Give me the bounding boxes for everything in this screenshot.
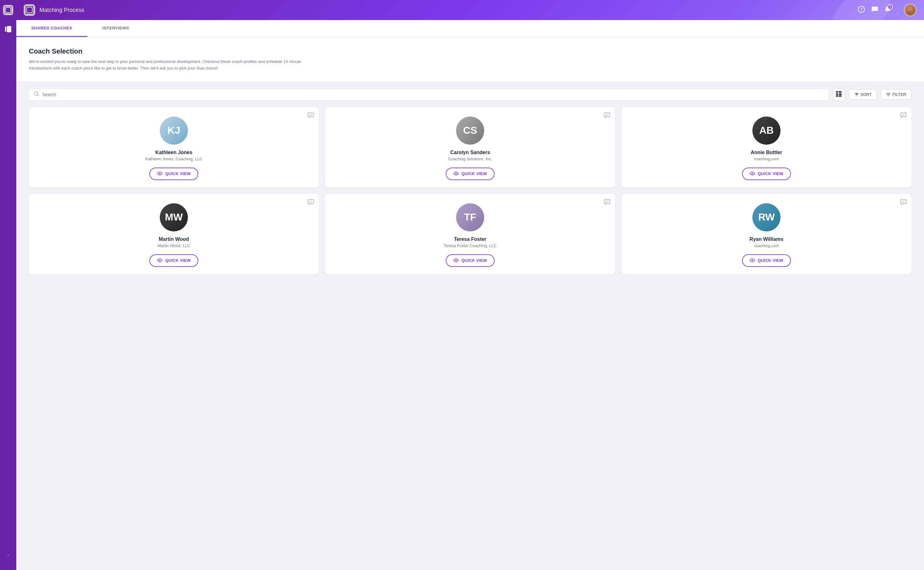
sort-button[interactable]: SORT: [849, 89, 877, 100]
message-icon[interactable]: [900, 112, 906, 120]
main-wrapper: Matching Process ? 1: [16, 0, 924, 570]
svg-rect-20: [308, 113, 314, 117]
svg-point-22: [159, 173, 160, 174]
view-toggle-button[interactable]: [832, 88, 845, 101]
svg-rect-2: [5, 27, 6, 32]
quick-view-button[interactable]: QUICK VIEW: [149, 167, 198, 180]
coach-selection-section: Coach Selection We're excited you're rea…: [16, 37, 924, 82]
message-icon[interactable]: [604, 199, 610, 207]
coach-avatar: KJ: [160, 116, 188, 145]
message-icon[interactable]: [900, 199, 906, 207]
quick-view-label: QUICK VIEW: [461, 258, 487, 263]
svg-rect-16: [836, 93, 838, 95]
coach-name: Ryan Williams: [749, 236, 783, 242]
eye-icon: [157, 171, 162, 176]
coach-company: Martin Wood, LLC: [158, 244, 190, 248]
user-avatar[interactable]: [904, 4, 916, 16]
avatar-image: AB: [752, 116, 780, 145]
content-area: SHARED COACHES INTERVIEWS Coach Selectio…: [16, 20, 924, 570]
svg-point-31: [159, 260, 160, 260]
coach-avatar: MW: [160, 203, 188, 231]
search-box: [29, 89, 829, 101]
quick-view-label: QUICK VIEW: [165, 258, 191, 263]
svg-point-13: [34, 92, 38, 95]
coach-company: coaching.com: [754, 156, 779, 161]
quick-view-button[interactable]: QUICK VIEW: [742, 167, 791, 180]
coach-company: coaching.com: [754, 244, 779, 248]
avatar-image: TF: [456, 203, 484, 231]
coach-name: Annie Buttler: [751, 150, 782, 155]
coach-name: Martin Wood: [159, 236, 189, 242]
sidebar-expand-btn[interactable]: ›: [8, 552, 9, 558]
svg-rect-6: [8, 30, 11, 31]
svg-rect-23: [604, 113, 610, 117]
quick-view-button[interactable]: QUICK VIEW: [742, 254, 791, 267]
top-header: Matching Process ? 1: [16, 0, 924, 20]
coach-avatar: RW: [752, 203, 780, 231]
header-icons: ? 1: [858, 4, 916, 16]
search-icon: [34, 92, 39, 98]
tabs-bar: SHARED COACHES INTERVIEWS: [16, 20, 924, 37]
coach-name: Teresa Foster: [454, 236, 486, 242]
svg-point-25: [456, 173, 457, 174]
coach-card: KJ Kathleen Jones Kathleen Jones, Coachi…: [29, 107, 319, 188]
coach-avatar: CS: [456, 116, 484, 145]
coaches-grid: KJ Kathleen Jones Kathleen Jones, Coachi…: [16, 107, 924, 274]
help-button[interactable]: ?: [858, 6, 865, 14]
tab-interviews[interactable]: INTERVIEWS: [87, 20, 144, 37]
eye-icon: [157, 258, 162, 263]
coach-name: Carolyn Sanders: [450, 150, 490, 155]
quick-view-label: QUICK VIEW: [758, 171, 783, 176]
avatar-image: KJ: [160, 116, 188, 145]
svg-point-28: [752, 173, 753, 174]
quick-view-label: QUICK VIEW: [758, 258, 783, 263]
coach-selection-title: Coach Selection: [29, 47, 912, 55]
svg-rect-26: [901, 113, 906, 117]
message-icon[interactable]: [308, 112, 314, 120]
coach-card: TF Teresa Foster Teresa Foster Coaching,…: [325, 194, 615, 274]
coach-card: RW Ryan Williams coaching.com QUICK VIEW: [621, 194, 912, 274]
quick-view-button[interactable]: QUICK VIEW: [446, 167, 495, 180]
quick-view-label: QUICK VIEW: [165, 171, 191, 176]
coach-company: Kathleen Jones, Coaching, LLC: [146, 156, 203, 161]
coach-card: MW Martin Wood Martin Wood, LLC QUICK VI…: [29, 194, 319, 274]
filter-button[interactable]: FILTER: [881, 89, 912, 100]
svg-rect-29: [308, 199, 314, 204]
left-sidebar: ›: [0, 0, 16, 570]
quick-view-button[interactable]: QUICK VIEW: [149, 254, 198, 267]
message-icon[interactable]: [308, 199, 314, 207]
svg-point-12: [906, 12, 914, 17]
notification-button[interactable]: 1: [884, 6, 891, 14]
coach-avatar: TF: [456, 203, 484, 231]
sidebar-contacts-icon[interactable]: [5, 26, 12, 34]
svg-rect-8: [27, 7, 32, 13]
search-input[interactable]: [42, 92, 823, 97]
eye-icon: [749, 171, 755, 176]
svg-rect-1: [6, 8, 11, 12]
svg-point-37: [752, 260, 753, 260]
svg-point-34: [456, 260, 457, 260]
tab-shared-coaches[interactable]: SHARED COACHES: [16, 20, 87, 37]
svg-rect-32: [604, 199, 610, 204]
quick-view-button[interactable]: QUICK VIEW: [446, 254, 495, 267]
avatar-image: CS: [456, 116, 484, 145]
header-divider: [897, 5, 898, 15]
message-icon[interactable]: [604, 112, 610, 120]
notification-badge: 1: [887, 4, 893, 10]
quick-view-label: QUICK VIEW: [461, 171, 487, 176]
coach-name: Kathleen Jones: [155, 150, 192, 155]
svg-rect-15: [839, 91, 841, 93]
coach-card: AB Annie Buttler coaching.com QUICK VIEW: [621, 107, 912, 188]
svg-text:?: ?: [860, 7, 863, 12]
avatar-image: [904, 5, 916, 16]
chat-button[interactable]: [871, 6, 878, 14]
coach-avatar: AB: [752, 116, 780, 145]
header-title: Matching Process: [40, 7, 84, 14]
avatar-image: MW: [160, 203, 188, 231]
svg-point-11: [908, 6, 912, 11]
svg-rect-35: [901, 199, 906, 204]
coach-card: CS Carolyn Sanders Coaching Solutions, I…: [325, 107, 615, 188]
sidebar-logo[interactable]: [3, 5, 13, 15]
svg-rect-14: [836, 91, 838, 93]
eye-icon: [453, 171, 459, 176]
